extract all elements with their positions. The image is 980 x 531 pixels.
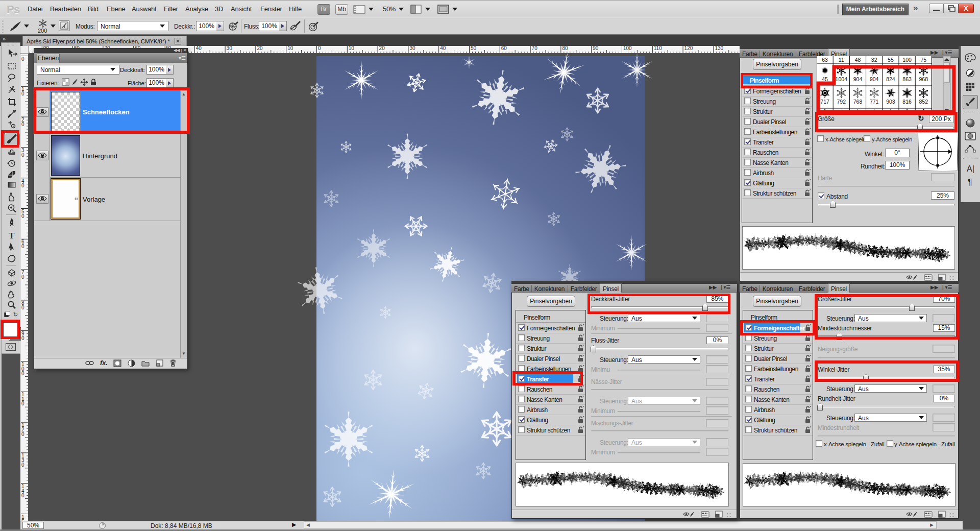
svg-text:30: 30 bbox=[409, 45, 415, 51]
svg-text:110: 110 bbox=[654, 45, 662, 51]
svg-text:T: T bbox=[9, 231, 15, 240]
svg-text:0: 0 bbox=[21, 401, 24, 406]
svg-text:0: 0 bbox=[318, 45, 321, 51]
svg-text:0: 0 bbox=[21, 431, 24, 437]
svg-text:40: 40 bbox=[440, 45, 446, 51]
svg-text:90: 90 bbox=[593, 45, 599, 51]
svg-text:30: 30 bbox=[227, 45, 233, 51]
svg-text:0: 0 bbox=[21, 152, 24, 158]
svg-text:0: 0 bbox=[21, 183, 24, 188]
svg-text:100: 100 bbox=[623, 45, 632, 51]
svg-text:0: 0 bbox=[21, 244, 24, 249]
svg-text:10: 10 bbox=[287, 45, 293, 51]
svg-text:120: 120 bbox=[684, 45, 693, 51]
svg-text:50: 50 bbox=[471, 45, 477, 51]
svg-text:70: 70 bbox=[532, 45, 538, 51]
svg-text:20: 20 bbox=[257, 45, 263, 51]
svg-text:0: 0 bbox=[21, 335, 24, 341]
svg-text:0: 0 bbox=[21, 371, 24, 376]
svg-text:0: 0 bbox=[21, 462, 24, 468]
svg-text:0: 0 bbox=[21, 56, 24, 62]
svg-text:10: 10 bbox=[349, 45, 355, 51]
svg-text:40: 40 bbox=[196, 45, 202, 51]
svg-text:80: 80 bbox=[562, 45, 568, 51]
svg-text:0: 0 bbox=[21, 91, 24, 96]
svg-text:130: 130 bbox=[715, 45, 723, 51]
svg-text:0: 0 bbox=[21, 213, 24, 219]
svg-text:0: 0 bbox=[21, 305, 24, 310]
svg-text:0: 0 bbox=[21, 493, 24, 498]
svg-text:0: 0 bbox=[21, 122, 24, 127]
svg-text:20: 20 bbox=[379, 45, 385, 51]
svg-text:60: 60 bbox=[501, 45, 507, 51]
svg-text:0: 0 bbox=[21, 274, 24, 280]
